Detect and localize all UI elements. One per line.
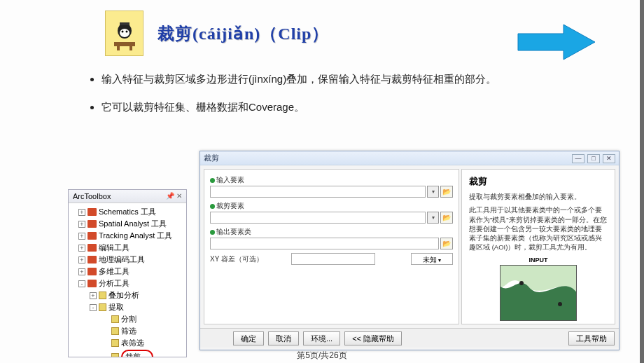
browse-button[interactable]: 📂 xyxy=(440,186,453,198)
pin-icon[interactable]: 📌 ✕ xyxy=(166,192,182,200)
input-features-label: 输入要素 xyxy=(216,175,244,185)
page-indicator: 第5页/共26页 xyxy=(0,350,644,362)
help-heading: 裁剪 xyxy=(469,175,608,188)
expand-icon[interactable]: - xyxy=(90,304,97,311)
maximize-button[interactable]: □ xyxy=(587,154,600,163)
dropdown-icon[interactable]: ▾ xyxy=(427,212,439,224)
tool-icon xyxy=(99,292,106,299)
expand-icon[interactable]: + xyxy=(78,256,85,263)
toolbox-icon xyxy=(88,244,97,252)
toolbox-icon xyxy=(88,220,97,228)
toolbox-icon xyxy=(88,232,97,240)
tolerance-field[interactable] xyxy=(291,253,375,265)
plus-icon: + xyxy=(469,321,608,324)
diagram-input-caption: INPUT xyxy=(469,256,608,263)
tree-item[interactable]: +叠加分析 xyxy=(73,289,185,301)
bullet-item: 输入特征与裁剪区域多边形进行(jìnxíng)叠加，保留输入特征与裁剪特征相重的… xyxy=(102,70,592,88)
tree-item[interactable]: 分割 xyxy=(73,313,185,325)
help-summary: 提取与裁剪要素相叠加的输入要素。 xyxy=(469,192,608,201)
tool-help-button[interactable]: 工具帮助 xyxy=(568,331,615,345)
tool-tree: +Schematics 工具+Spatial Analyst 工具+Tracki… xyxy=(69,203,186,357)
required-dot-icon xyxy=(210,178,215,183)
tool-icon xyxy=(99,303,106,311)
browse-button[interactable]: 📂 xyxy=(440,238,453,249)
page-edge xyxy=(640,0,644,363)
toolbox-icon xyxy=(88,280,97,287)
expand-icon[interactable]: + xyxy=(78,233,85,240)
tree-item[interactable]: -分析工具 xyxy=(73,278,185,289)
hide-help-button[interactable]: << 隐藏帮助 xyxy=(344,331,402,345)
tree-item[interactable]: 筛选 xyxy=(73,325,185,337)
tool-icon xyxy=(111,339,119,347)
tree-item[interactable]: +Spatial Analyst 工具 xyxy=(73,218,185,230)
bullet-item: 它可以裁剪特征集、栅格数据和Coverage。 xyxy=(102,98,592,116)
svg-point-9 xyxy=(519,281,524,285)
toolbox-icon xyxy=(88,256,97,263)
clip-features-label: 裁剪要素 xyxy=(216,201,244,211)
close-button[interactable]: ✕ xyxy=(603,154,615,163)
description-list: 输入特征与裁剪区域多边形进行(jìnxíng)叠加，保留输入特征与裁剪特征相重的… xyxy=(102,70,592,125)
tool-icon xyxy=(111,315,119,323)
svg-marker-8 xyxy=(518,25,595,60)
dialog-button-bar: 确定 取消 环境... << 隐藏帮助 工具帮助 xyxy=(200,328,619,348)
svg-rect-1 xyxy=(117,45,120,50)
slide-header: 裁剪(cáijiǎn)（Clip） xyxy=(105,11,329,56)
tree-item[interactable]: +Schematics 工具 xyxy=(73,206,185,218)
page-title: 裁剪(cáijiǎn)（Clip） xyxy=(158,22,329,45)
output-features-label: 输出要素类 xyxy=(216,227,251,237)
tree-item[interactable]: 表筛选 xyxy=(73,337,185,349)
input-diagram xyxy=(500,265,577,321)
dialog-help-panel: 裁剪 提取与裁剪要素相叠加的输入要素。 此工具用于以其他要素类中的一个或多个要素… xyxy=(461,169,615,324)
expand-icon[interactable]: + xyxy=(78,268,85,275)
dialog-titlebar[interactable]: 裁剪 — □ ✕ xyxy=(200,151,619,165)
minimize-button[interactable]: — xyxy=(572,154,584,163)
cancel-button[interactable]: 取消 xyxy=(268,331,299,345)
arctoolbox-panel: ArcToolbox 📌 ✕ +Schematics 工具+Spatial An… xyxy=(68,189,187,357)
help-detail: 此工具用于以其他要素类中的一个或多个要素作为"模具"来剪切掉要素类的一部分。在您… xyxy=(469,205,608,252)
tree-item[interactable]: +地理编码工具 xyxy=(73,254,185,266)
arctoolbox-title: ArcToolbox xyxy=(73,192,111,200)
svg-point-4 xyxy=(120,29,130,37)
mascot-icon xyxy=(105,11,144,56)
output-features-field[interactable] xyxy=(210,238,439,249)
tolerance-unit-select[interactable]: 未知 ▾ xyxy=(411,253,453,265)
expand-icon[interactable]: + xyxy=(78,245,85,252)
required-dot-icon xyxy=(210,204,215,209)
dialog-form: 输入要素 ▾ 📂 裁剪要素 ▾ 📂 输出要素类 📂 xyxy=(204,169,459,324)
dropdown-icon[interactable]: ▾ xyxy=(427,186,439,198)
tree-item[interactable]: +编辑工具 xyxy=(73,242,185,254)
tree-item[interactable]: +多维工具 xyxy=(73,266,185,278)
ok-button[interactable]: 确定 xyxy=(233,331,264,345)
svg-point-10 xyxy=(558,302,562,306)
input-features-field[interactable] xyxy=(210,186,426,198)
svg-rect-2 xyxy=(130,45,132,50)
tool-icon xyxy=(111,327,119,335)
expand-icon[interactable]: + xyxy=(78,209,85,216)
expand-icon[interactable]: + xyxy=(90,292,97,299)
environments-button[interactable]: 环境... xyxy=(303,331,340,345)
expand-icon[interactable]: + xyxy=(78,221,85,228)
tolerance-label: XY 容差（可选） xyxy=(210,254,287,264)
tree-item[interactable]: -提取 xyxy=(73,301,185,313)
tree-item[interactable]: +Tracking Analyst 工具 xyxy=(73,230,185,242)
clip-features-field[interactable] xyxy=(210,212,426,224)
required-dot-icon xyxy=(210,230,215,235)
arctoolbox-titlebar: ArcToolbox 📌 ✕ xyxy=(69,190,186,203)
clip-dialog: 裁剪 — □ ✕ 输入要素 ▾ 📂 裁剪要素 ▾ 📂 xyxy=(200,151,620,350)
svg-point-7 xyxy=(125,30,127,32)
next-arrow-icon[interactable] xyxy=(514,21,598,63)
dialog-title: 裁剪 xyxy=(204,153,219,163)
svg-rect-5 xyxy=(120,22,130,25)
expand-icon[interactable]: - xyxy=(78,280,85,287)
toolbox-icon xyxy=(88,208,97,216)
svg-point-6 xyxy=(121,30,123,32)
toolbox-icon xyxy=(88,268,97,275)
browse-button[interactable]: 📂 xyxy=(440,212,453,224)
